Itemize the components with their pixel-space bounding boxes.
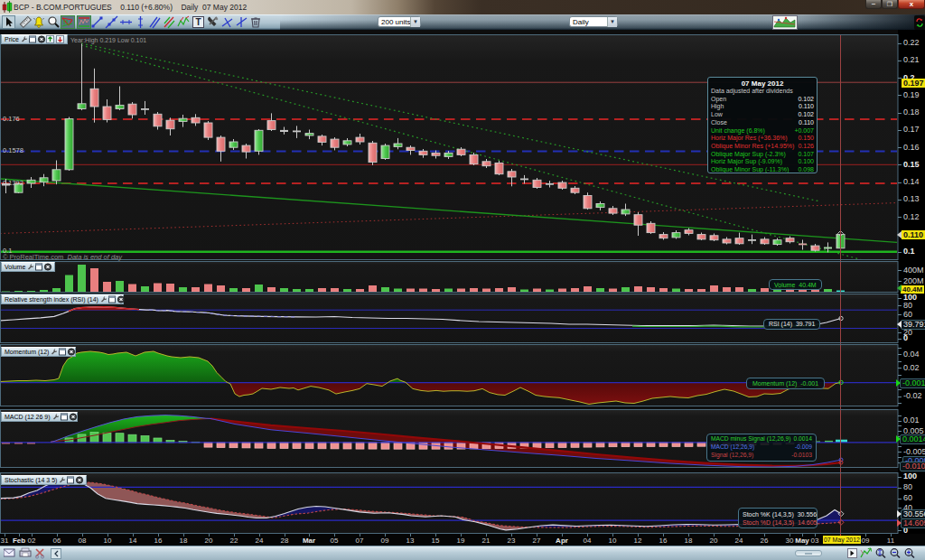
svg-text:T: T <box>195 17 201 27</box>
